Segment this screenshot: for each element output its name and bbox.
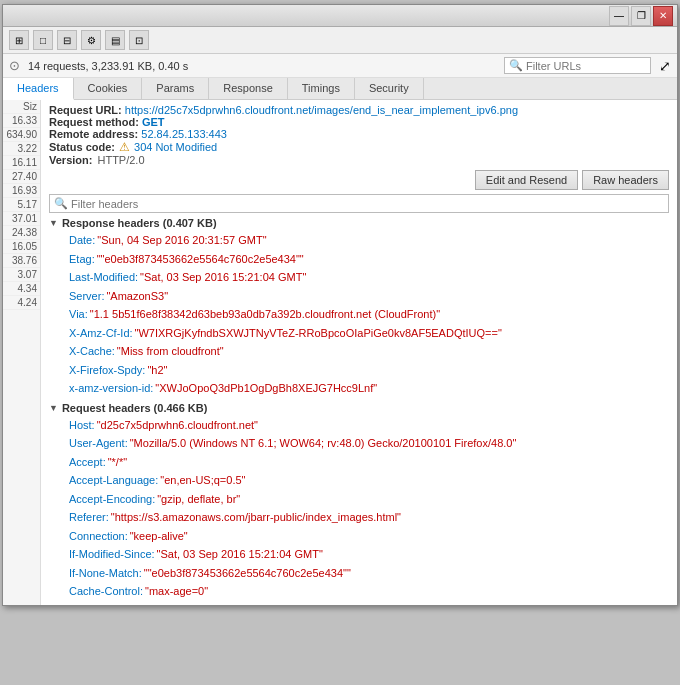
- request-headers-section: ▼ Request headers (0.466 KB) Host: "d25c…: [49, 402, 669, 601]
- size-12: 3.07: [3, 268, 40, 282]
- content-area: Request URL: https://d25c7x5dprwhn6.clou…: [41, 100, 677, 605]
- header-key: Cache-Control:: [69, 583, 143, 600]
- header-key: X-Cache:: [69, 343, 115, 360]
- version-row: Version: HTTP/2.0: [49, 154, 669, 166]
- header-value: "max-age=0": [145, 583, 208, 600]
- list-item: Cache-Control: "max-age=0": [49, 582, 669, 601]
- header-value: "d25c7x5dprwhn6.cloudfront.net": [97, 417, 258, 434]
- list-item: Server: "AmazonS3": [49, 287, 669, 306]
- header-value: "en,en-US;q=0.5": [160, 472, 245, 489]
- minimize-button[interactable]: —: [609, 6, 629, 26]
- size-header: Siz: [3, 100, 40, 114]
- minus-icon[interactable]: ⊟: [57, 30, 77, 50]
- header-value: "Sun, 04 Sep 2016 20:31:57 GMT": [97, 232, 266, 249]
- tab-cookies[interactable]: Cookies: [74, 78, 143, 99]
- close-button[interactable]: ✕: [653, 6, 673, 26]
- list-item: Host: "d25c7x5dprwhn6.cloudfront.net": [49, 416, 669, 435]
- request-headers-label: Request headers (0.466 KB): [62, 402, 208, 414]
- list-icon[interactable]: ▤: [105, 30, 125, 50]
- response-headers-list: Date: "Sun, 04 Sep 2016 20:31:57 GMT"Eta…: [49, 231, 669, 398]
- header-value: ""e0eb3f873453662e5564c760c2e5e434"": [97, 251, 304, 268]
- raw-headers-button[interactable]: Raw headers: [582, 170, 669, 190]
- method-label: Request method:: [49, 116, 139, 128]
- main-area: Siz 16.33 634.90 3.22 16.11 27.40 16.93 …: [3, 100, 677, 605]
- toolbar: ⊞ □ ⊟ ⚙ ▤ ⊡: [3, 27, 677, 54]
- list-item: If-None-Match: ""e0eb3f873453662e5564c76…: [49, 564, 669, 583]
- size-14: 4.24: [3, 296, 40, 310]
- size-13: 4.34: [3, 282, 40, 296]
- remote-address-row: Remote address: 52.84.25.133:443: [49, 128, 669, 140]
- response-headers-label: Response headers (0.407 KB): [62, 217, 217, 229]
- url-value: https://d25c7x5dprwhn6.cloudfront.net/im…: [125, 104, 518, 116]
- header-key: Date:: [69, 232, 95, 249]
- tab-response[interactable]: Response: [209, 78, 288, 99]
- header-value: "https://s3.amazonaws.com/jbarr-public/i…: [111, 509, 401, 526]
- header-key: Via:: [69, 306, 88, 323]
- tab-headers[interactable]: Headers: [3, 78, 74, 100]
- titlebar: — ❐ ✕: [3, 5, 677, 27]
- header-key: Server:: [69, 288, 104, 305]
- status-row: Status code: ⚠ 304 Not Modified: [49, 140, 669, 154]
- url-label: Request URL:: [49, 104, 122, 116]
- clock-icon: ⊙: [9, 58, 20, 73]
- url-filter-input[interactable]: [526, 60, 646, 72]
- method-value: GET: [142, 116, 165, 128]
- header-key: Accept-Language:: [69, 472, 158, 489]
- header-value: "*/*": [108, 454, 127, 471]
- response-headers-section: ▼ Response headers (0.407 KB) Date: "Sun…: [49, 217, 669, 398]
- size-6: 16.93: [3, 184, 40, 198]
- list-item: Accept: "*/*": [49, 453, 669, 472]
- remote-label: Remote address:: [49, 128, 138, 140]
- tab-security[interactable]: Security: [355, 78, 424, 99]
- list-item: X-Amz-Cf-Id: "W7IXRGjKyfndbSXWJTNyVTeZ-R…: [49, 324, 669, 343]
- edit-resend-button[interactable]: Edit and Resend: [475, 170, 578, 190]
- header-key: Etag:: [69, 251, 95, 268]
- filter-headers-box[interactable]: 🔍: [49, 194, 669, 213]
- restore-button[interactable]: ❐: [631, 6, 651, 26]
- header-key: Accept-Encoding:: [69, 491, 155, 508]
- request-info: Request URL: https://d25c7x5dprwhn6.clou…: [49, 104, 669, 166]
- expand-icon[interactable]: ⤢: [659, 58, 671, 74]
- header-value: "Sat, 03 Sep 2016 15:21:04 GMT": [140, 269, 306, 286]
- size-1: 16.33: [3, 114, 40, 128]
- header-value: "XWJoOpoQ3dPb1OgDgBh8XEJG7Hcc9Lnf": [155, 380, 377, 397]
- settings-icon[interactable]: ⚙: [81, 30, 101, 50]
- header-key: Host:: [69, 417, 95, 434]
- main-window: — ❐ ✕ ⊞ □ ⊟ ⚙ ▤ ⊡ ⊙ 14 requests, 3,233.9…: [2, 4, 678, 606]
- header-key: Referer:: [69, 509, 109, 526]
- tab-timings[interactable]: Timings: [288, 78, 355, 99]
- list-item: Date: "Sun, 04 Sep 2016 20:31:57 GMT": [49, 231, 669, 250]
- url-filter-box[interactable]: 🔍: [504, 57, 651, 74]
- filter-headers-input[interactable]: [71, 198, 664, 210]
- request-headers-toggle[interactable]: ▼ Request headers (0.466 KB): [49, 402, 669, 414]
- list-item: Accept-Encoding: "gzip, deflate, br": [49, 490, 669, 509]
- collapse-triangle-icon: ▼: [49, 218, 58, 228]
- tabs-and-main: Headers Cookies Params Response Timings …: [3, 78, 677, 605]
- grid-icon[interactable]: ⊞: [9, 30, 29, 50]
- search-icon: 🔍: [509, 59, 523, 72]
- size-7: 5.17: [3, 198, 40, 212]
- version-label: Version:: [49, 154, 92, 166]
- list-item: X-Firefox-Spdy: "h2": [49, 361, 669, 380]
- list-item: X-Cache: "Miss from cloudfront": [49, 342, 669, 361]
- size-4: 16.11: [3, 156, 40, 170]
- size-8: 37.01: [3, 212, 40, 226]
- header-value: "Mozilla/5.0 (Windows NT 6.1; WOW64; rv:…: [130, 435, 517, 452]
- list-item: Referer: "https://s3.amazonaws.com/jbarr…: [49, 508, 669, 527]
- grid2-icon[interactable]: ⊡: [129, 30, 149, 50]
- list-item: If-Modified-Since: "Sat, 03 Sep 2016 15:…: [49, 545, 669, 564]
- square-icon[interactable]: □: [33, 30, 53, 50]
- list-item: Connection: "keep-alive": [49, 527, 669, 546]
- header-value: "gzip, deflate, br": [157, 491, 240, 508]
- remote-value: 52.84.25.133:443: [141, 128, 227, 140]
- request-stats: 14 requests, 3,233.91 KB, 0.40 s: [28, 60, 188, 72]
- header-key: If-Modified-Since:: [69, 546, 155, 563]
- header-key: x-amz-version-id:: [69, 380, 153, 397]
- tab-params[interactable]: Params: [142, 78, 209, 99]
- list-item: Etag: ""e0eb3f873453662e5564c760c2e5e434…: [49, 250, 669, 269]
- list-item: Last-Modified: "Sat, 03 Sep 2016 15:21:0…: [49, 268, 669, 287]
- header-value: "Sat, 03 Sep 2016 15:21:04 GMT": [157, 546, 323, 563]
- warning-icon: ⚠: [119, 140, 130, 154]
- status-value: 304 Not Modified: [134, 141, 217, 153]
- response-headers-toggle[interactable]: ▼ Response headers (0.407 KB): [49, 217, 669, 229]
